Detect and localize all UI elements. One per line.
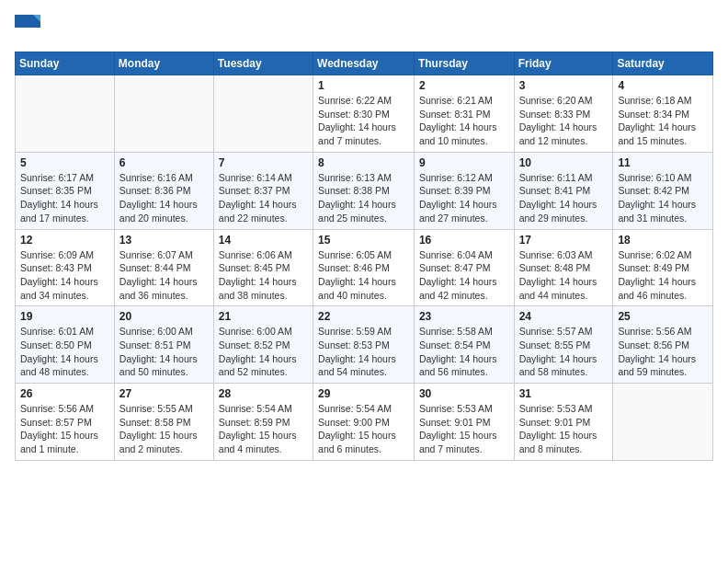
day-info: Sunrise: 6:22 AMSunset: 8:30 PMDaylight:… (318, 94, 409, 148)
calendar-day: 7Sunrise: 6:14 AMSunset: 8:37 PMDaylight… (213, 152, 313, 229)
day-number: 23 (419, 310, 509, 323)
day-number: 6 (119, 156, 209, 169)
day-info: Sunrise: 6:11 AMSunset: 8:41 PMDaylight:… (519, 171, 609, 225)
day-number: 14 (219, 234, 308, 247)
calendar-week-3: 12Sunrise: 6:09 AMSunset: 8:43 PMDayligh… (16, 229, 713, 306)
calendar-day: 28Sunrise: 5:54 AMSunset: 8:59 PMDayligh… (213, 384, 313, 461)
day-number: 7 (219, 156, 308, 169)
calendar-week-2: 5Sunrise: 6:17 AMSunset: 8:35 PMDaylight… (16, 152, 713, 229)
calendar-day: 21Sunrise: 6:00 AMSunset: 8:52 PMDayligh… (213, 306, 313, 384)
calendar-day: 29Sunrise: 5:54 AMSunset: 9:00 PMDayligh… (313, 384, 415, 461)
calendar-day: 14Sunrise: 6:06 AMSunset: 8:45 PMDayligh… (213, 229, 313, 306)
day-number: 11 (618, 156, 708, 169)
day-info: Sunrise: 6:01 AMSunset: 8:50 PMDaylight:… (20, 325, 109, 379)
calendar-day: 6Sunrise: 6:16 AMSunset: 8:36 PMDaylight… (114, 152, 213, 229)
day-number: 26 (20, 387, 109, 400)
calendar-day: 27Sunrise: 5:55 AMSunset: 8:58 PMDayligh… (114, 384, 213, 461)
day-info: Sunrise: 5:53 AMSunset: 9:01 PMDaylight:… (519, 402, 609, 456)
calendar-day: 19Sunrise: 6:01 AMSunset: 8:50 PMDayligh… (16, 306, 115, 384)
calendar-day: 13Sunrise: 6:07 AMSunset: 8:44 PMDayligh… (114, 229, 213, 306)
day-number: 9 (419, 156, 509, 169)
calendar-day: 31Sunrise: 5:53 AMSunset: 9:01 PMDayligh… (514, 384, 613, 461)
day-info: Sunrise: 6:04 AMSunset: 8:47 PMDaylight:… (419, 248, 509, 303)
day-header-monday: Monday (114, 52, 213, 75)
calendar-day: 26Sunrise: 5:56 AMSunset: 8:57 PMDayligh… (16, 384, 115, 461)
calendar-day: 3Sunrise: 6:20 AMSunset: 8:33 PMDaylight… (514, 75, 613, 153)
day-info: Sunrise: 6:17 AMSunset: 8:35 PMDaylight:… (20, 171, 109, 225)
calendar-day (114, 75, 213, 153)
day-number: 24 (519, 310, 609, 323)
day-info: Sunrise: 6:05 AMSunset: 8:46 PMDaylight:… (318, 248, 409, 303)
day-info: Sunrise: 5:55 AMSunset: 8:58 PMDaylight:… (119, 402, 209, 456)
day-info: Sunrise: 5:56 AMSunset: 8:57 PMDaylight:… (20, 402, 109, 456)
day-info: Sunrise: 6:21 AMSunset: 8:31 PMDaylight:… (419, 94, 509, 148)
day-number: 12 (20, 234, 109, 247)
day-info: Sunrise: 6:12 AMSunset: 8:39 PMDaylight:… (419, 171, 509, 225)
day-number: 5 (20, 156, 109, 169)
calendar-day: 2Sunrise: 6:21 AMSunset: 8:31 PMDaylight… (414, 75, 514, 153)
day-number: 27 (119, 387, 209, 400)
day-info: Sunrise: 6:20 AMSunset: 8:33 PMDaylight:… (519, 94, 609, 148)
day-info: Sunrise: 6:00 AMSunset: 8:51 PMDaylight:… (119, 325, 209, 379)
day-info: Sunrise: 6:09 AMSunset: 8:43 PMDaylight:… (20, 248, 109, 303)
calendar-day: 20Sunrise: 6:00 AMSunset: 8:51 PMDayligh… (114, 306, 213, 384)
calendar-day: 22Sunrise: 5:59 AMSunset: 8:53 PMDayligh… (313, 306, 415, 384)
calendar-day: 23Sunrise: 5:58 AMSunset: 8:54 PMDayligh… (414, 306, 514, 384)
day-info: Sunrise: 6:07 AMSunset: 8:44 PMDaylight:… (119, 248, 209, 303)
calendar-week-1: 1Sunrise: 6:22 AMSunset: 8:30 PMDaylight… (16, 75, 713, 153)
calendar-header-row: SundayMondayTuesdayWednesdayThursdayFrid… (16, 52, 713, 75)
day-number: 16 (419, 234, 509, 247)
day-header-tuesday: Tuesday (213, 52, 313, 75)
calendar-day (213, 75, 313, 153)
day-number: 28 (219, 387, 308, 400)
day-info: Sunrise: 5:58 AMSunset: 8:54 PMDaylight:… (419, 325, 509, 379)
day-info: Sunrise: 5:57 AMSunset: 8:55 PMDaylight:… (519, 325, 609, 379)
day-number: 29 (318, 387, 409, 400)
calendar-week-5: 26Sunrise: 5:56 AMSunset: 8:57 PMDayligh… (16, 384, 713, 461)
day-number: 18 (618, 234, 708, 247)
calendar-day (16, 75, 115, 153)
day-number: 21 (219, 310, 308, 323)
day-number: 22 (318, 310, 409, 323)
calendar-day: 4Sunrise: 6:18 AMSunset: 8:34 PMDaylight… (613, 75, 713, 153)
day-info: Sunrise: 6:18 AMSunset: 8:34 PMDaylight:… (618, 94, 708, 148)
calendar-day: 5Sunrise: 6:17 AMSunset: 8:35 PMDaylight… (16, 152, 115, 229)
day-info: Sunrise: 6:13 AMSunset: 8:38 PMDaylight:… (318, 171, 409, 225)
calendar-week-4: 19Sunrise: 6:01 AMSunset: 8:50 PMDayligh… (16, 306, 713, 384)
svg-rect-1 (15, 28, 40, 40)
day-header-friday: Friday (514, 52, 613, 75)
logo-icon (15, 15, 40, 40)
calendar-day: 15Sunrise: 6:05 AMSunset: 8:46 PMDayligh… (313, 229, 415, 306)
day-number: 4 (618, 79, 708, 92)
day-info: Sunrise: 6:03 AMSunset: 8:48 PMDaylight:… (519, 248, 609, 303)
day-info: Sunrise: 5:54 AMSunset: 9:00 PMDaylight:… (318, 402, 409, 456)
day-info: Sunrise: 6:02 AMSunset: 8:49 PMDaylight:… (618, 248, 708, 303)
day-number: 15 (318, 234, 409, 247)
day-info: Sunrise: 6:14 AMSunset: 8:37 PMDaylight:… (219, 171, 308, 225)
calendar-day: 8Sunrise: 6:13 AMSunset: 8:38 PMDaylight… (313, 152, 415, 229)
logo (15, 15, 44, 40)
day-info: Sunrise: 5:59 AMSunset: 8:53 PMDaylight:… (318, 325, 409, 379)
calendar-day: 1Sunrise: 6:22 AMSunset: 8:30 PMDaylight… (313, 75, 415, 153)
page-header (15, 15, 713, 40)
day-number: 31 (519, 387, 609, 400)
day-info: Sunrise: 6:00 AMSunset: 8:52 PMDaylight:… (219, 325, 308, 379)
calendar-day: 30Sunrise: 5:53 AMSunset: 9:01 PMDayligh… (414, 384, 514, 461)
calendar-day: 16Sunrise: 6:04 AMSunset: 8:47 PMDayligh… (414, 229, 514, 306)
day-header-saturday: Saturday (613, 52, 713, 75)
day-number: 17 (519, 234, 609, 247)
calendar-day: 25Sunrise: 5:56 AMSunset: 8:56 PMDayligh… (613, 306, 713, 384)
day-number: 25 (618, 310, 708, 323)
day-info: Sunrise: 6:16 AMSunset: 8:36 PMDaylight:… (119, 171, 209, 225)
day-number: 19 (20, 310, 109, 323)
day-number: 1 (318, 79, 409, 92)
calendar-day: 9Sunrise: 6:12 AMSunset: 8:39 PMDaylight… (414, 152, 514, 229)
day-info: Sunrise: 6:06 AMSunset: 8:45 PMDaylight:… (219, 248, 308, 303)
day-number: 8 (318, 156, 409, 169)
day-number: 30 (419, 387, 509, 400)
calendar-day: 11Sunrise: 6:10 AMSunset: 8:42 PMDayligh… (613, 152, 713, 229)
day-number: 10 (519, 156, 609, 169)
calendar-day: 12Sunrise: 6:09 AMSunset: 8:43 PMDayligh… (16, 229, 115, 306)
day-info: Sunrise: 5:54 AMSunset: 8:59 PMDaylight:… (219, 402, 308, 456)
calendar-table: SundayMondayTuesdayWednesdayThursdayFrid… (15, 52, 713, 461)
